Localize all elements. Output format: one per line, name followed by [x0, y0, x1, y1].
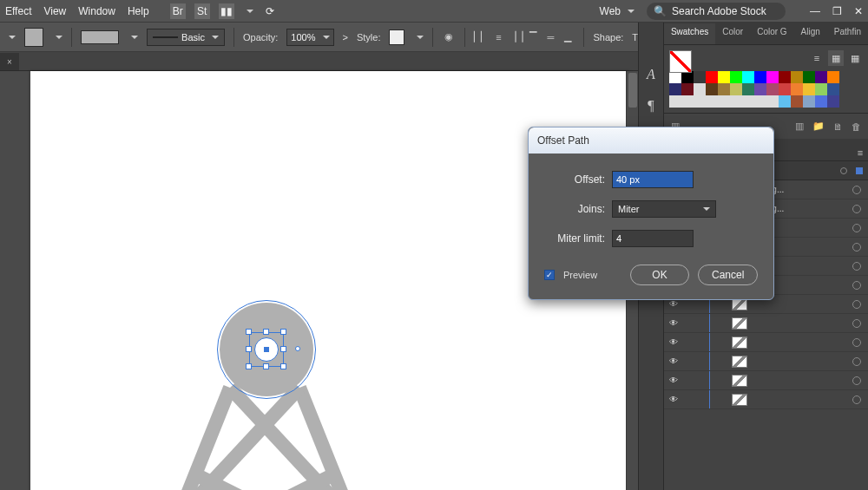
tab-align[interactable]: Align: [794, 23, 827, 44]
handle-tc[interactable]: [263, 329, 269, 335]
fill-caret-icon[interactable]: [52, 32, 62, 42]
tab-colorguide[interactable]: Color G: [750, 23, 793, 44]
visibility-icon[interactable]: 👁: [667, 395, 680, 404]
large-thumb-icon[interactable]: ▦: [847, 50, 863, 66]
fill-swatch[interactable]: [24, 28, 43, 47]
swatch-cell[interactable]: [791, 71, 803, 83]
swatch-cell[interactable]: [815, 83, 827, 95]
arrange-documents-icon[interactable]: ▮▮: [219, 3, 234, 19]
swatch-cell[interactable]: [718, 83, 730, 95]
swatch-cell[interactable]: [669, 83, 681, 95]
opacity-combo[interactable]: 100%: [286, 29, 333, 46]
preview-label[interactable]: Preview: [563, 270, 621, 280]
layer-target-icon[interactable]: [852, 281, 861, 290]
ok-button[interactable]: OK: [630, 265, 690, 285]
cancel-button[interactable]: Cancel: [698, 265, 758, 285]
swatch-cell[interactable]: [681, 83, 694, 95]
layer-row[interactable]: 👁: [664, 333, 868, 352]
swatch-cell[interactable]: [742, 95, 754, 108]
swatch-cell[interactable]: [706, 71, 718, 83]
swatch-cell[interactable]: [681, 71, 694, 83]
layer-target-icon[interactable]: [852, 262, 861, 271]
paragraph-panel-icon[interactable]: ¶: [642, 97, 660, 114]
swatch-cell[interactable]: [730, 71, 742, 83]
layer-target-icon[interactable]: [852, 243, 861, 252]
swatch-cell[interactable]: [694, 83, 706, 95]
handle-tr[interactable]: [280, 329, 286, 335]
visibility-icon[interactable]: 👁: [667, 299, 680, 309]
dialog-title[interactable]: Offset Path: [529, 127, 773, 154]
handle-br[interactable]: [280, 363, 286, 369]
swatch-cell[interactable]: [742, 71, 754, 83]
layer-target-icon[interactable]: [840, 167, 847, 174]
handle-mr[interactable]: [280, 346, 286, 352]
window-close-icon[interactable]: ✕: [854, 5, 863, 17]
swatch-cell[interactable]: [791, 95, 803, 108]
handle-ml[interactable]: [246, 346, 252, 352]
handle-bl[interactable]: [246, 363, 252, 369]
swatch-cell[interactable]: [754, 95, 766, 108]
swatch-kind-icon[interactable]: ▥: [795, 121, 804, 132]
layer-target-icon[interactable]: [852, 376, 861, 385]
layer-row[interactable]: 👁: [664, 352, 868, 371]
stroke-profile-combo[interactable]: Basic: [147, 29, 225, 46]
handle-tl[interactable]: [246, 329, 252, 335]
menu-effect[interactable]: Effect: [5, 5, 31, 17]
menu-view[interactable]: View: [43, 5, 66, 17]
swatch-cell[interactable]: [718, 71, 730, 83]
menu-window[interactable]: Window: [78, 5, 115, 17]
swatch-cell[interactable]: [827, 83, 839, 95]
delete-swatch-icon[interactable]: 🗑: [852, 121, 861, 132]
swatch-cell[interactable]: [803, 71, 815, 83]
thumb-view-icon[interactable]: ▦: [828, 50, 844, 66]
search-input[interactable]: 🔍 Search Adobe Stock: [647, 3, 786, 20]
layer-target-icon[interactable]: [852, 224, 861, 232]
current-swatch[interactable]: [669, 50, 692, 73]
preview-checkbox[interactable]: ✓: [544, 270, 555, 280]
layer-target-icon[interactable]: [852, 395, 861, 404]
swatch-cell[interactable]: [730, 95, 742, 108]
swatch-cell[interactable]: [766, 95, 779, 108]
tab-close-icon[interactable]: ×: [7, 57, 12, 67]
anchor-right[interactable]: [295, 346, 300, 351]
swatch-cell[interactable]: [779, 71, 791, 83]
tab-swatches[interactable]: Swatches: [664, 23, 715, 44]
char-panel-icon[interactable]: A: [642, 66, 660, 83]
stock-icon[interactable]: St: [194, 3, 210, 19]
swatch-cell[interactable]: [730, 83, 742, 95]
swatch-cell[interactable]: [694, 95, 706, 108]
layer-row[interactable]: 👁: [664, 390, 868, 409]
layer-target-icon[interactable]: [852, 205, 861, 213]
offset-input[interactable]: [612, 171, 694, 188]
swatch-cell[interactable]: [694, 71, 706, 83]
recolor-icon[interactable]: ◉: [442, 30, 456, 44]
center-point[interactable]: [264, 347, 269, 352]
layer-row[interactable]: 👁: [664, 371, 868, 390]
layer-target-icon[interactable]: [852, 357, 861, 366]
miter-input[interactable]: [612, 230, 694, 247]
align-hcenter-icon[interactable]: ≡: [491, 30, 505, 44]
swatch-cell[interactable]: [718, 95, 730, 108]
swatch-cell[interactable]: [681, 95, 694, 108]
document-profile-combo[interactable]: Web: [600, 3, 635, 19]
tab-color[interactable]: Color: [715, 23, 750, 44]
panel-menu-icon[interactable]: ≡: [852, 145, 868, 160]
swatch-cell[interactable]: [803, 95, 815, 108]
new-group-icon[interactable]: 📁: [812, 121, 825, 132]
swatch-cell[interactable]: [827, 71, 839, 83]
handle-bc[interactable]: [263, 363, 269, 369]
menu-help[interactable]: Help: [128, 5, 149, 17]
swatch-cell[interactable]: [766, 71, 779, 83]
stroke-caret-icon[interactable]: [128, 32, 138, 42]
swatch-cell[interactable]: [779, 83, 791, 95]
visibility-icon[interactable]: 👁: [667, 337, 680, 347]
align-right-icon[interactable]: ▕▕: [509, 30, 523, 44]
swatch-cell[interactable]: [827, 95, 839, 108]
swatch-cell[interactable]: [706, 95, 718, 108]
style-caret-icon[interactable]: [413, 32, 424, 42]
layer-target-icon[interactable]: [852, 300, 861, 309]
bridge-icon[interactable]: Br: [170, 3, 186, 19]
layer-target-icon[interactable]: [852, 338, 861, 347]
align-left-icon[interactable]: ▏▏: [474, 30, 488, 44]
swatch-cell[interactable]: [766, 83, 779, 95]
